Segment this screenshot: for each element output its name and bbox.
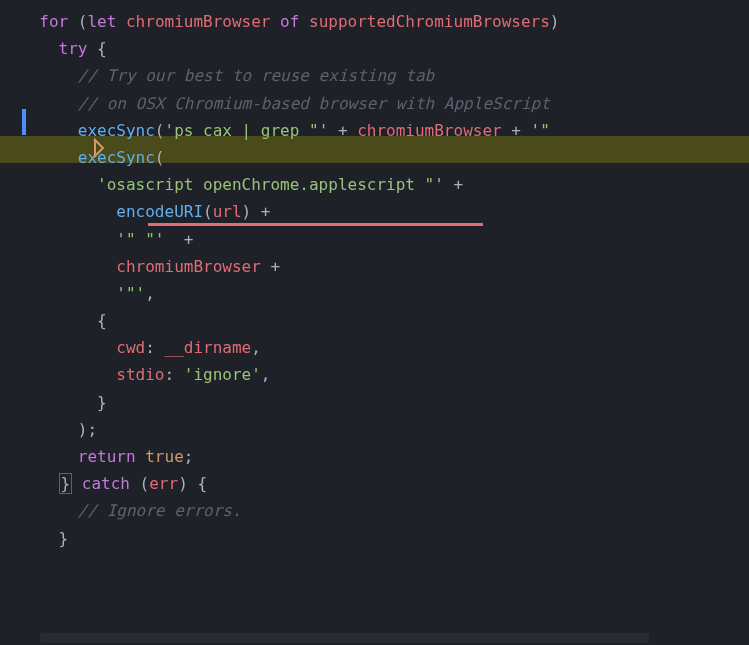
code-line[interactable]: '"', — [20, 280, 749, 307]
code-line[interactable]: '" "' + — [20, 226, 749, 253]
code-line[interactable]: for (let chromiumBrowser of supportedChr… — [20, 8, 749, 35]
code-line[interactable]: execSync( — [20, 144, 749, 171]
variable: supportedChromiumBrowsers — [299, 12, 549, 31]
property: cwd — [116, 338, 145, 357]
variable: chromiumBrowser — [116, 257, 261, 276]
cursor-indicator — [22, 109, 26, 135]
keyword-try: try — [59, 39, 88, 58]
code-line[interactable]: // Try our best to reuse existing tab — [20, 62, 749, 89]
code-editor[interactable]: for (let chromiumBrowser of supportedChr… — [20, 8, 749, 552]
comment: // on OSX Chromium-based browser with Ap… — [78, 94, 550, 113]
comment: // Ignore errors. — [78, 501, 242, 520]
code-line[interactable]: encodeURI(url) + — [20, 198, 749, 225]
string: 'ps cax | grep "' — [165, 121, 329, 140]
variable: __dirname — [165, 338, 252, 357]
function-call: execSync — [78, 148, 155, 167]
code-line[interactable]: execSync('ps cax | grep "' + chromiumBro… — [20, 117, 749, 144]
code-line[interactable]: // on OSX Chromium-based browser with Ap… — [20, 90, 749, 117]
code-line[interactable]: return true; — [20, 443, 749, 470]
function-call: encodeURI — [116, 202, 203, 221]
keyword-of: of — [270, 12, 299, 31]
property: stdio — [116, 365, 164, 384]
constant: true — [136, 447, 184, 466]
keyword-return: return — [78, 447, 136, 466]
code-line[interactable]: } catch (err) { — [20, 470, 749, 497]
horizontal-scrollbar[interactable] — [40, 633, 649, 643]
comment: // Try our best to reuse existing tab — [78, 66, 434, 85]
variable: chromiumBrowser — [116, 12, 270, 31]
code-line[interactable]: } — [20, 525, 749, 552]
code-line[interactable]: { — [20, 307, 749, 334]
code-line[interactable]: try { — [20, 35, 749, 62]
annotation-underline — [148, 223, 483, 226]
code-line[interactable]: chromiumBrowser + — [20, 253, 749, 280]
variable: err — [149, 474, 178, 493]
string: '" "' — [116, 230, 164, 249]
string: 'ignore' — [184, 365, 261, 384]
keyword-catch: catch — [72, 474, 130, 493]
code-line[interactable]: 'osascript openChrome.applescript "' + — [20, 171, 749, 198]
variable: chromiumBrowser — [357, 121, 502, 140]
variable: url — [213, 202, 242, 221]
keyword-for: for — [39, 12, 68, 31]
code-line[interactable]: } — [20, 389, 749, 416]
keyword-let: let — [87, 12, 116, 31]
code-line[interactable]: ); — [20, 416, 749, 443]
code-line[interactable]: cwd: __dirname, — [20, 334, 749, 361]
string: 'osascript openChrome.applescript "' — [97, 175, 444, 194]
string: '" — [531, 121, 550, 140]
code-line[interactable]: stdio: 'ignore', — [20, 361, 749, 388]
string: '"' — [116, 284, 145, 303]
diff-change-marker — [92, 137, 108, 167]
code-line[interactable]: // Ignore errors. — [20, 497, 749, 524]
function-call: execSync — [78, 121, 155, 140]
